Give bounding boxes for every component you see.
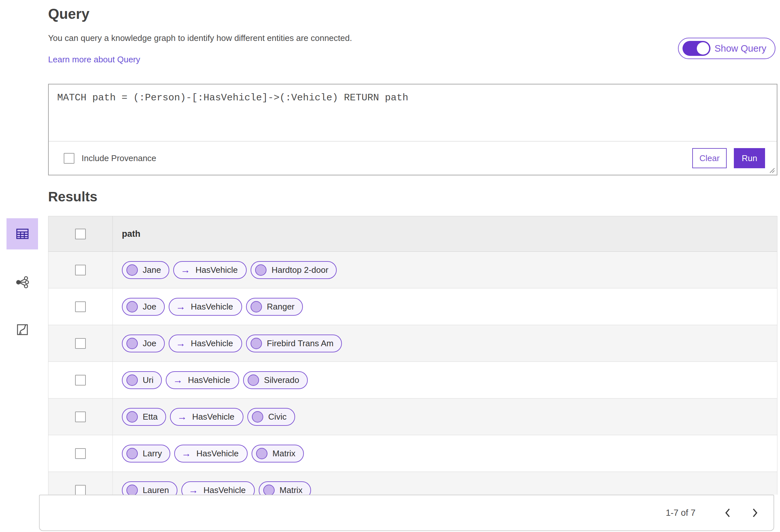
results-table: path Jane → HasVehicle Hardtop 2-door bbox=[48, 216, 777, 495]
row-checkbox[interactable] bbox=[75, 302, 86, 312]
relationship-label: HasVehicle bbox=[191, 338, 233, 349]
row-checkbox-cell bbox=[48, 398, 113, 435]
row-checkbox[interactable] bbox=[75, 448, 86, 459]
row-checkbox[interactable] bbox=[75, 265, 86, 275]
path-cell: Jane → HasVehicle Hardtop 2-door bbox=[113, 252, 777, 288]
table-row: Etta → HasVehicle Civic bbox=[48, 398, 777, 435]
chevron-left-icon bbox=[725, 508, 731, 518]
source-entity-pill[interactable]: Uri bbox=[122, 371, 162, 389]
header-checkbox-cell bbox=[48, 216, 113, 251]
source-entity-pill[interactable]: Joe bbox=[122, 298, 165, 316]
arrow-right-icon: → bbox=[173, 375, 183, 385]
relationship-label: HasVehicle bbox=[196, 448, 239, 459]
query-panel: MATCH path = (:Person)-[:HasVehicle]->(:… bbox=[48, 84, 777, 175]
table-row: Lauren → HasVehicle Matrix bbox=[48, 472, 777, 495]
path-cell: Larry → HasVehicle Matrix bbox=[113, 435, 777, 472]
arrow-right-icon: → bbox=[176, 302, 186, 312]
source-entity-pill[interactable]: Larry bbox=[122, 445, 170, 463]
path-cell: Joe → HasVehicle Firebird Trans Am bbox=[113, 325, 777, 362]
table-row: Larry → HasVehicle Matrix bbox=[48, 435, 777, 472]
toggle-on-icon[interactable] bbox=[683, 41, 711, 56]
show-query-toggle[interactable]: Show Query bbox=[678, 38, 775, 59]
relationship-pill[interactable]: → HasVehicle bbox=[174, 445, 248, 463]
query-input[interactable]: MATCH path = (:Person)-[:HasVehicle]->(:… bbox=[49, 85, 777, 141]
relationship-label: HasVehicle bbox=[192, 412, 234, 422]
arrow-right-icon: → bbox=[181, 448, 191, 458]
row-checkbox-cell bbox=[48, 435, 113, 472]
entity-node-icon bbox=[251, 301, 262, 312]
table-view-button[interactable] bbox=[6, 218, 38, 250]
target-entity-pill[interactable]: Matrix bbox=[251, 445, 304, 463]
clear-button[interactable]: Clear bbox=[692, 148, 727, 168]
map-view-icon bbox=[15, 322, 30, 337]
table-row: Joe → HasVehicle Ranger bbox=[48, 288, 777, 325]
target-entity-label: Matrix bbox=[272, 448, 295, 459]
source-entity-pill[interactable]: Lauren bbox=[122, 481, 178, 495]
include-provenance-checkbox[interactable] bbox=[64, 153, 75, 164]
table-row: Jane → HasVehicle Hardtop 2-door bbox=[48, 252, 777, 288]
source-entity-pill[interactable]: Jane bbox=[122, 261, 169, 279]
table-view-icon bbox=[15, 226, 30, 241]
path-cell: Lauren → HasVehicle Matrix bbox=[113, 472, 777, 495]
entity-node-icon bbox=[127, 374, 138, 386]
target-entity-pill[interactable]: Silverado bbox=[243, 371, 307, 389]
target-entity-label: Firebird Trans Am bbox=[267, 338, 334, 349]
entity-node-icon bbox=[255, 264, 266, 276]
include-provenance-label: Include Provenance bbox=[82, 153, 156, 163]
arrow-right-icon: → bbox=[189, 485, 198, 495]
previous-page-button[interactable] bbox=[720, 506, 735, 520]
source-entity-label: Joe bbox=[143, 338, 156, 349]
path-column-header: path bbox=[113, 216, 777, 251]
entity-node-icon bbox=[252, 411, 263, 423]
learn-more-link[interactable]: Learn more about Query bbox=[48, 55, 140, 65]
target-entity-pill[interactable]: Civic bbox=[247, 408, 295, 426]
relationship-pill[interactable]: → HasVehicle bbox=[169, 298, 242, 316]
entity-node-icon bbox=[127, 301, 138, 312]
source-entity-label: Lauren bbox=[143, 485, 169, 495]
source-entity-label: Uri bbox=[143, 375, 153, 385]
run-button[interactable]: Run bbox=[734, 148, 765, 168]
resize-handle-icon[interactable] bbox=[768, 166, 775, 173]
table-row: Joe → HasVehicle Firebird Trans Am bbox=[48, 325, 777, 362]
row-checkbox[interactable] bbox=[75, 485, 86, 495]
source-entity-label: Jane bbox=[143, 265, 161, 275]
results-table-area: path Jane → HasVehicle Hardtop 2-door bbox=[48, 216, 777, 532]
target-entity-label: Matrix bbox=[280, 485, 303, 495]
target-entity-pill[interactable]: Firebird Trans Am bbox=[246, 334, 342, 353]
table-row: Uri → HasVehicle Silverado bbox=[48, 362, 777, 398]
query-description: You can query a knowledge graph to ident… bbox=[48, 33, 352, 43]
entity-node-icon bbox=[127, 411, 138, 423]
relationship-pill[interactable]: → HasVehicle bbox=[173, 261, 247, 279]
query-footer: Include Provenance Clear Run bbox=[49, 141, 777, 175]
toggle-knob bbox=[697, 42, 709, 55]
relationship-label: HasVehicle bbox=[203, 485, 246, 495]
relationship-pill[interactable]: → HasVehicle bbox=[169, 334, 242, 353]
target-entity-pill[interactable]: Ranger bbox=[246, 298, 303, 316]
target-entity-pill[interactable]: Matrix bbox=[259, 481, 311, 495]
source-entity-label: Joe bbox=[143, 302, 156, 312]
path-cell: Uri → HasVehicle Silverado bbox=[113, 362, 777, 398]
next-page-button[interactable] bbox=[747, 506, 763, 520]
target-entity-label: Hardtop 2-door bbox=[272, 265, 328, 275]
source-entity-label: Etta bbox=[143, 412, 158, 422]
relationship-pill[interactable]: → HasVehicle bbox=[181, 481, 255, 495]
row-checkbox[interactable] bbox=[75, 375, 86, 385]
path-cell: Etta → HasVehicle Civic bbox=[113, 398, 777, 435]
relationship-pill[interactable]: → HasVehicle bbox=[166, 371, 239, 389]
source-entity-pill[interactable]: Etta bbox=[122, 408, 166, 426]
chevron-right-icon bbox=[752, 508, 758, 518]
target-entity-pill[interactable]: Hardtop 2-door bbox=[251, 261, 337, 279]
pagination-range-label: 1-7 of 7 bbox=[666, 508, 695, 518]
target-entity-label: Silverado bbox=[264, 375, 299, 385]
link-chart-view-button[interactable] bbox=[6, 267, 38, 298]
select-all-checkbox[interactable] bbox=[75, 229, 86, 240]
row-checkbox[interactable] bbox=[75, 338, 86, 349]
row-checkbox-cell bbox=[48, 325, 113, 362]
map-view-button[interactable] bbox=[6, 314, 38, 345]
source-entity-pill[interactable]: Joe bbox=[122, 334, 165, 353]
row-checkbox-cell bbox=[48, 362, 113, 398]
arrow-right-icon: → bbox=[180, 265, 190, 275]
row-checkbox[interactable] bbox=[75, 412, 86, 422]
entity-node-icon bbox=[127, 448, 138, 459]
relationship-pill[interactable]: → HasVehicle bbox=[170, 408, 243, 426]
